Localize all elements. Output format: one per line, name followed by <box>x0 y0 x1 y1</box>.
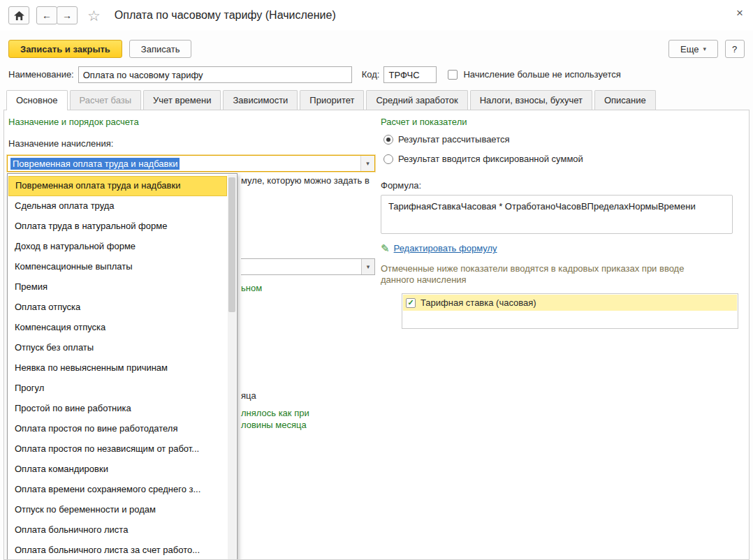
indicator-checkbox[interactable]: ✓ <box>406 298 416 308</box>
tab-6[interactable]: Налоги, взносы, бухучет <box>470 90 592 110</box>
code-label: Код: <box>362 66 380 83</box>
tab-1[interactable]: Расчет базы <box>70 90 142 110</box>
obscured-text-formula-hint: муле, которую можно задать в <box>241 175 370 186</box>
code-input[interactable] <box>383 66 437 83</box>
purpose-label: Назначение начисления: <box>8 138 113 149</box>
radio-selected-icon[interactable] <box>383 135 393 145</box>
page-title: Оплата по часовому тарифу (Начисление) <box>115 9 336 22</box>
more-button[interactable]: Еще ▾ <box>668 40 718 58</box>
tab-4[interactable]: Приоритет <box>300 90 364 110</box>
formula-label: Формула: <box>381 180 421 191</box>
edit-formula-row: ✎ Редактировать формулу <box>381 243 497 253</box>
dropdown-item[interactable]: Оплата больничного листа <box>8 520 227 540</box>
home-button[interactable] <box>8 6 29 24</box>
command-bar: Записать и закрыть Записать Еще ▾ ? <box>0 31 753 58</box>
dropdown-item[interactable]: Простой по вине работника <box>8 399 227 419</box>
dropdown-item[interactable]: Компенсация отпуска <box>8 318 227 338</box>
combo-dropdown-button[interactable]: ▾ <box>360 156 374 171</box>
tab-content-main: Назначение и порядок расчета Назначение … <box>3 110 750 560</box>
dropdown-item[interactable]: Оплата времени сохраняемого среднего з..… <box>8 480 227 500</box>
unused-checkbox-label: Начисление больше не используется <box>463 66 620 83</box>
dropdown-item[interactable]: Доход в натуральной форме <box>8 237 227 257</box>
indicator-row[interactable]: ✓ Тарифная ставка (часовая) <box>403 295 737 311</box>
obscured-text-green-3: ловины месяца <box>241 420 307 430</box>
dropdown-item[interactable]: Повременная оплата труда и надбавки <box>8 176 227 196</box>
chevron-down-icon: ▾ <box>367 264 370 270</box>
save-button[interactable]: Записать <box>129 40 192 58</box>
home-icon <box>14 11 24 20</box>
check-icon: ✓ <box>407 299 414 307</box>
chevron-down-icon: ▾ <box>366 161 370 167</box>
favorite-star-icon[interactable]: ☆ <box>87 8 101 23</box>
back-arrow-icon: ← <box>42 10 52 20</box>
right-section-title: Расчет и показатели <box>381 117 467 127</box>
dropdown-item[interactable]: Оплата командировки <box>8 459 227 480</box>
unused-checkbox[interactable] <box>448 70 458 80</box>
dropdown-list-items: Повременная оплата труда и надбавкиСдель… <box>8 174 227 560</box>
header-form: Наименование: Код: Начисление больше не … <box>0 58 753 83</box>
dropdown-item[interactable]: Премия <box>8 277 227 297</box>
tab-3[interactable]: Зависимости <box>223 90 298 110</box>
radio-calculated-label: Результат рассчитывается <box>398 134 510 145</box>
dropdown-item[interactable]: Оплата простоя по вине работодателя <box>8 419 227 439</box>
dropdown-item[interactable]: Компенсационные выплаты <box>8 257 227 277</box>
radio-result-calculated[interactable]: Результат рассчитывается <box>383 134 510 145</box>
left-section-title: Назначение и порядок расчета <box>8 117 139 127</box>
name-label: Наименование: <box>8 66 74 83</box>
pencil-icon: ✎ <box>381 243 390 253</box>
formula-box: ТарифнаяСтавкаЧасовая * ОтработаноЧасовВ… <box>381 195 733 234</box>
forward-arrow-icon: → <box>62 10 72 20</box>
dropdown-item[interactable]: Оплата отпуска <box>8 297 227 318</box>
radio-fixed-label: Результат вводится фиксированной суммой <box>398 154 583 164</box>
dropdown-item[interactable]: Прогул <box>8 378 227 399</box>
name-input[interactable] <box>78 66 352 83</box>
tab-7[interactable]: Описание <box>594 90 656 110</box>
obscured-combo-input[interactable]: ▾ <box>241 258 375 275</box>
close-icon[interactable]: × <box>736 7 743 19</box>
indicators-note: Отмеченные ниже показатели вводятся в ка… <box>381 263 699 286</box>
more-button-label: Еще <box>680 44 699 54</box>
dropdown-item[interactable]: Сдельная оплата труда <box>8 196 227 216</box>
formula-text: ТарифнаяСтавкаЧасовая * ОтработаноЧасовВ… <box>388 201 696 212</box>
combo-dropdown-button[interactable]: ▾ <box>361 259 374 274</box>
dropdown-item[interactable]: Оплата простоя по независящим от работ..… <box>8 439 227 459</box>
chevron-down-icon: ▾ <box>703 46 706 52</box>
tab-5[interactable]: Средний заработок <box>366 90 467 110</box>
purpose-combobox[interactable]: Повременная оплата труда и надбавки ▾ <box>7 155 375 172</box>
indicator-label: Тарифная ставка (часовая) <box>421 297 536 308</box>
help-button[interactable]: ? <box>725 40 745 58</box>
obscured-text-2: яца <box>241 390 256 401</box>
dropdown-item[interactable]: Отпуск по беременности и родам <box>8 500 227 520</box>
tab-2[interactable]: Учет времени <box>143 90 221 110</box>
dropdown-item[interactable]: Оплата труда в натуральной форме <box>8 216 227 237</box>
history-nav-group: ← → <box>36 6 78 24</box>
obscured-text-green-2: лнялось как при <box>241 408 309 418</box>
dropdown-item[interactable]: Отпуск без оплаты <box>8 338 227 358</box>
scrollbar-thumb[interactable] <box>228 177 235 312</box>
dropdown-item[interactable]: Неявка по невыясненным причинам <box>8 358 227 378</box>
indicators-list: ✓ Тарифная ставка (часовая) <box>402 293 738 329</box>
title-bar: ← → ☆ Оплата по часовому тарифу (Начисле… <box>0 0 753 31</box>
app-window: ← → ☆ Оплата по часовому тарифу (Начисле… <box>0 0 753 560</box>
radio-result-fixed[interactable]: Результат вводится фиксированной суммой <box>383 154 583 164</box>
purpose-dropdown-list: Повременная оплата труда и надбавкиСдель… <box>7 173 237 560</box>
tab-0[interactable]: Основное <box>6 90 68 110</box>
save-and-close-button[interactable]: Записать и закрыть <box>8 40 122 58</box>
dropdown-scrollbar[interactable] <box>228 175 236 560</box>
dropdown-item[interactable]: Оплата больничного листа за счет работо.… <box>8 540 227 560</box>
back-button[interactable]: ← <box>36 6 57 24</box>
radio-unselected-icon[interactable] <box>383 154 393 164</box>
tab-bar: ОсновноеРасчет базыУчет времениЗависимос… <box>6 90 753 110</box>
edit-formula-link[interactable]: Редактировать формулу <box>394 243 497 253</box>
purpose-combobox-value: Повременная оплата труда и надбавки <box>10 158 180 170</box>
purpose-combobox-valuebox: Повременная оплата труда и надбавки <box>8 156 360 171</box>
forward-button[interactable]: → <box>57 6 78 24</box>
obscured-text-green-1: ьном <box>241 283 262 293</box>
